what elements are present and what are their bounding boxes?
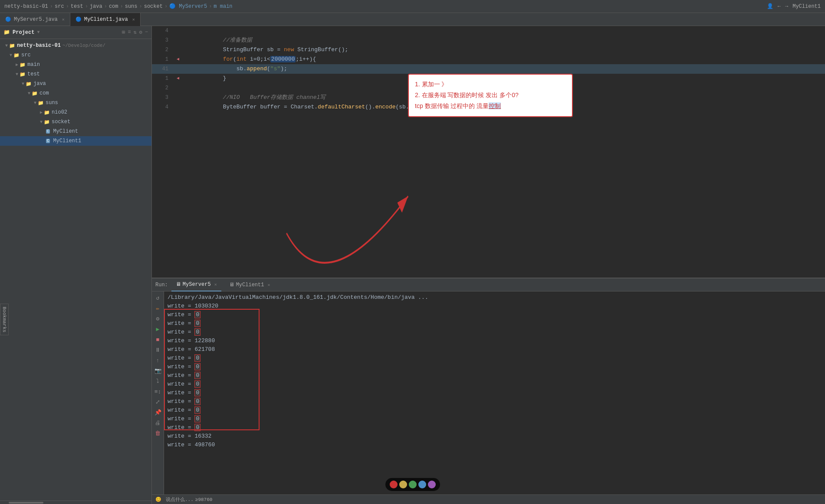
tree-arrow: ▶ bbox=[40, 110, 43, 115]
code-editor: 4 3 //准备数据 2 StringBuffer sb = new Str bbox=[152, 26, 825, 278]
tree-arrow: ▼ bbox=[16, 72, 18, 77]
collapse-icon[interactable]: ≡ bbox=[128, 29, 131, 36]
breadcrumb-item[interactable]: java bbox=[90, 3, 102, 10]
bookmarks-tab[interactable]: Bookmarks bbox=[0, 304, 9, 335]
tree-label: java bbox=[33, 81, 46, 87]
control-dot-blue[interactable] bbox=[418, 481, 426, 488]
line-number: 1 bbox=[152, 74, 174, 83]
line-number: 4 bbox=[152, 26, 174, 36]
line-number: 41 bbox=[152, 64, 174, 74]
layout-icon[interactable]: ⊞ bbox=[122, 29, 125, 36]
file-tree: ▼ 📁 netty-basic-01 ~/Develop/code/ ▼ 📁 s… bbox=[0, 39, 151, 501]
tree-item-myclient[interactable]: C MyClient bbox=[0, 127, 151, 136]
tree-arrow: ▼ bbox=[40, 120, 43, 124]
console-line: write = 0 bbox=[168, 319, 822, 328]
breadcrumb-class[interactable]: 🔵 MyServer5 bbox=[169, 3, 207, 10]
import-button[interactable]: ⤵ bbox=[153, 376, 163, 386]
close-tab-icon[interactable]: ✕ bbox=[62, 17, 65, 22]
breadcrumb-item[interactable]: netty-basic-01 bbox=[4, 3, 48, 10]
scrollbar-thumb bbox=[9, 502, 43, 504]
console-output: /Library/Java/JavaVirtualMachines/jdk1.8… bbox=[164, 291, 825, 494]
print-button[interactable]: 🖨 bbox=[153, 418, 163, 428]
run-toolbar: ↺ ✏ ⚙ ▶ ■ ⏸ ↑ 📷 ⤵ ≡↕ ⤢ 📌 🖨 🗑 bbox=[152, 291, 164, 494]
java-file-icon: 🔵 bbox=[76, 16, 82, 22]
pause-button[interactable]: ⏸ bbox=[153, 345, 163, 355]
run-button[interactable]: ▶ bbox=[153, 324, 163, 334]
tree-label: nio02 bbox=[52, 109, 67, 115]
tree-item-suns[interactable]: ▼ 📁 suns bbox=[0, 98, 151, 108]
tree-item-nio02[interactable]: ▶ 📁 nio02 bbox=[0, 108, 151, 117]
code-content: for(int i=0;i<2000000;i++){ bbox=[182, 55, 825, 64]
control-dot-green[interactable] bbox=[409, 481, 417, 488]
folder-icon: 📁 bbox=[38, 100, 44, 106]
breadcrumb-item[interactable]: src bbox=[55, 3, 64, 10]
smiley-icon: 😊 bbox=[155, 497, 161, 502]
chat-button[interactable]: 说点什么... ≥98760 bbox=[166, 496, 212, 503]
console-line: write = 0 bbox=[168, 354, 822, 363]
close-tab-icon[interactable]: ✕ bbox=[132, 17, 135, 22]
dropdown-icon[interactable]: ▼ bbox=[37, 30, 39, 35]
expand-button[interactable]: ⤢ bbox=[153, 397, 163, 407]
tree-item-main[interactable]: ▶ 📁 main bbox=[0, 60, 151, 69]
breadcrumb-item[interactable]: socket bbox=[144, 3, 163, 10]
folder-icon: 📁 bbox=[26, 81, 32, 87]
close-run-tab-icon[interactable]: ✕ bbox=[214, 282, 217, 287]
edit-button[interactable]: ✏ bbox=[153, 304, 163, 313]
console-line: write = 498760 bbox=[168, 441, 822, 449]
pin-button[interactable]: 📌 bbox=[153, 408, 163, 417]
tab-myclient1[interactable]: 🔵 MyClient1.java ✕ bbox=[70, 13, 141, 26]
line-number: 1 bbox=[152, 55, 174, 64]
control-dot-yellow[interactable] bbox=[399, 481, 407, 488]
console-line: write = 122880 bbox=[168, 337, 822, 345]
breadcrumb-method[interactable]: m main bbox=[214, 3, 232, 10]
line-number: 4 bbox=[152, 102, 174, 112]
tree-item-socket[interactable]: ▼ 📁 socket bbox=[0, 117, 151, 127]
tree-item-root[interactable]: ▼ 📁 netty-basic-01 ~/Develop/code/ bbox=[0, 41, 151, 50]
restart-button[interactable]: ↺ bbox=[153, 293, 163, 303]
run-header: Run: 🖥 MyServer5 ✕ 🖥 MyClient1 ✕ bbox=[152, 278, 825, 291]
breadcrumb-item[interactable]: com bbox=[109, 3, 118, 10]
tree-item-test[interactable]: ▼ 📁 test bbox=[0, 69, 151, 79]
delete-button[interactable]: 🗑 bbox=[153, 429, 163, 438]
console-line: write = 0 bbox=[168, 406, 822, 415]
breadcrumb-item[interactable]: suns bbox=[125, 3, 138, 10]
tab-myserver5[interactable]: 🔵 MyServer5.java ✕ bbox=[0, 13, 70, 26]
console-line: write = 0 bbox=[168, 363, 822, 371]
tree-item-src[interactable]: ▼ 📁 src bbox=[0, 50, 151, 60]
sort-button[interactable]: ≡↕ bbox=[153, 387, 163, 396]
minimize-icon[interactable]: − bbox=[145, 29, 148, 36]
tree-item-java[interactable]: ▼ 📁 java bbox=[0, 79, 151, 88]
chat-label: 说点什么... bbox=[166, 496, 194, 503]
console-line: write = 0 bbox=[168, 380, 822, 389]
settings-icon[interactable]: ⚙ bbox=[139, 29, 142, 36]
control-dot-red[interactable] bbox=[390, 481, 398, 488]
console-line: write = 1030320 bbox=[168, 302, 822, 311]
run-tab-myclient1[interactable]: 🖥 MyClient1 ✕ bbox=[225, 278, 275, 291]
settings-button[interactable]: ⚙ bbox=[153, 314, 163, 324]
control-dot-purple[interactable] bbox=[428, 481, 436, 488]
folder-icon: 📁 bbox=[13, 52, 20, 58]
forward-icon[interactable]: → bbox=[785, 3, 788, 10]
stop-button[interactable]: ■ bbox=[153, 335, 163, 344]
java-file-icon: C bbox=[46, 129, 50, 134]
folder-icon: 📁 bbox=[20, 62, 26, 68]
breadcrumb-item[interactable]: test bbox=[71, 3, 83, 10]
tree-item-myclient1[interactable]: C MyClient1 bbox=[0, 136, 151, 146]
close-run-tab-icon[interactable]: ✕ bbox=[267, 282, 270, 288]
server-icon: 🖥 bbox=[176, 281, 181, 288]
user-icon[interactable]: 👤 bbox=[767, 3, 773, 10]
tree-item-com[interactable]: ▼ 📁 com bbox=[0, 88, 151, 98]
tab-bar: 🔵 MyServer5.java ✕ 🔵 MyClient1.java ✕ bbox=[0, 13, 825, 26]
panel-scrollbar[interactable] bbox=[0, 501, 151, 504]
back-icon[interactable]: ← bbox=[778, 3, 781, 10]
folder-icon: 📁 bbox=[32, 91, 38, 96]
tree-arrow: ▼ bbox=[10, 53, 12, 58]
run-tab-myserver5[interactable]: 🖥 MyServer5 ✕ bbox=[171, 278, 221, 291]
camera-button[interactable]: 📷 bbox=[153, 366, 163, 376]
expand-icon[interactable]: ⇅ bbox=[133, 29, 136, 36]
up-button[interactable]: ↑ bbox=[153, 356, 163, 365]
main-layout: 📁 Project ▼ ⊞ ≡ ⇅ ⚙ − ▼ 📁 netty-basic-01… bbox=[0, 26, 825, 504]
code-line: 4 bbox=[152, 26, 825, 36]
folder-icon: 📁 bbox=[20, 72, 26, 77]
tree-arrow: ▼ bbox=[28, 91, 30, 96]
